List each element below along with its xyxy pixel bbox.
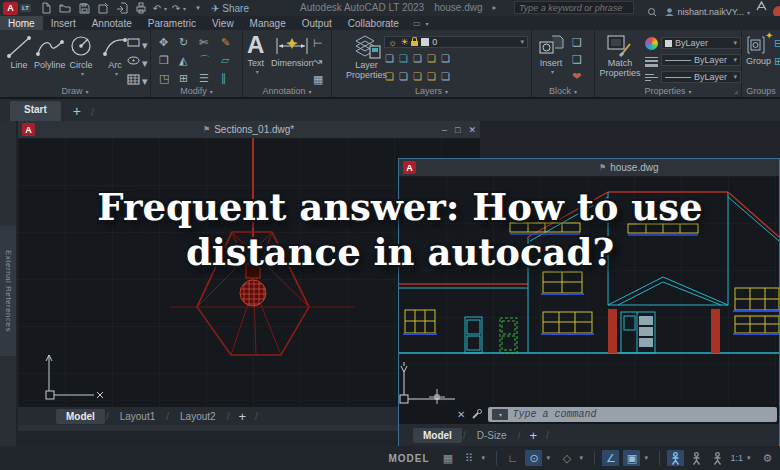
layer-unlock-button[interactable]: ❏ xyxy=(427,71,436,82)
new-file-button[interactable] xyxy=(39,2,53,15)
layer-unisolate-button[interactable]: ❏ xyxy=(399,71,408,82)
draw-panel-label[interactable]: Draw xyxy=(0,86,150,96)
lineweight-icon[interactable] xyxy=(645,55,658,69)
annotation-scale-button[interactable] xyxy=(709,450,726,466)
modify-panel-label[interactable]: Modify xyxy=(151,86,242,96)
annotation-autoscale-button[interactable] xyxy=(688,450,705,466)
group-edit-button[interactable]: ⊞ xyxy=(774,56,780,67)
ribbon-minimize-button[interactable]: ▭ xyxy=(413,16,429,30)
pin-icon[interactable]: ⚑ xyxy=(203,125,210,134)
ribbon-tab-parametric[interactable]: Parametric xyxy=(140,16,204,30)
ribbon-tab-collaborate[interactable]: Collaborate xyxy=(340,16,407,30)
ribbon-tab-home[interactable]: Home xyxy=(0,16,43,30)
save-as-button[interactable] xyxy=(96,2,110,15)
object-snap-tracking-button[interactable]: ∠ xyxy=(602,450,619,466)
polar-tracking-button[interactable]: ⊙ xyxy=(525,450,542,466)
command-close-icon[interactable]: ✕ xyxy=(457,409,465,420)
search-input[interactable] xyxy=(515,3,633,13)
autocad-logo-icon[interactable]: A xyxy=(3,2,18,15)
sections-add-layout-button[interactable]: + xyxy=(238,409,246,424)
sections-window-titlebar[interactable]: A ⚑ Sections_01.dwg* – □ ✕ xyxy=(18,121,480,138)
window-minimize-button[interactable]: – xyxy=(442,125,447,135)
offset-tool-button[interactable]: ▱ xyxy=(221,55,229,66)
ribbon-tab-manage[interactable]: Manage xyxy=(242,16,294,30)
properties-launcher-icon[interactable]: ⌟ xyxy=(734,86,738,95)
polyline-tool-button[interactable]: Polyline xyxy=(34,34,66,70)
layer-isolate-button[interactable]: ❏ xyxy=(399,53,408,64)
text-tool-button[interactable]: A Text xyxy=(247,32,264,75)
house-window-titlebar[interactable]: A ⚑ house.dwg xyxy=(399,159,779,176)
layer-on2-button[interactable]: ❏ xyxy=(385,71,394,82)
sections-tab-layout2[interactable]: Layout2 xyxy=(170,409,226,424)
sections-tab-layout1[interactable]: Layout1 xyxy=(110,409,166,424)
window-maximize-button[interactable]: □ xyxy=(455,125,460,135)
array-tool-button[interactable]: ⊞ xyxy=(179,73,188,84)
command-line[interactable]: ▾ xyxy=(488,407,777,422)
ortho-mode-button[interactable]: ∟ xyxy=(504,450,521,466)
table-tool-button[interactable]: ▦ xyxy=(313,74,323,85)
open-file-button[interactable] xyxy=(58,2,72,15)
undo-button[interactable]: ↶ xyxy=(153,2,167,15)
ungroup-button[interactable]: ⊟ xyxy=(774,38,780,49)
layer-dropdown[interactable]: ☼ ☀ 0 ▾ xyxy=(384,36,528,48)
house-tab-model[interactable]: Model xyxy=(413,428,462,443)
redo-button[interactable]: ↷ xyxy=(172,2,186,15)
sections-tab-model[interactable]: Model xyxy=(56,409,105,424)
grid-display-button[interactable]: ▦ xyxy=(439,450,456,466)
create-block-button[interactable]: ❑ xyxy=(572,37,582,48)
snap-mode-button[interactable]: ⠿ xyxy=(460,450,477,466)
hatch-tool-button[interactable] xyxy=(127,74,140,85)
rotate-tool-button[interactable]: ↻ xyxy=(179,37,188,48)
arc-tool-button[interactable]: Arc xyxy=(102,34,128,77)
pin-icon[interactable]: ⚑ xyxy=(599,163,606,172)
polar-dropdown-icon[interactable]: ▾ xyxy=(546,454,554,462)
line-tool-button[interactable]: Line xyxy=(6,34,32,70)
mirror-tool-button[interactable]: ◭ xyxy=(179,55,187,66)
share-button[interactable]: ✈ Share xyxy=(211,3,249,14)
stretch-tool-button[interactable]: ◳ xyxy=(159,73,169,84)
title-expand-icon[interactable]: ▸ xyxy=(493,3,497,13)
erase-tool-button[interactable]: ✎ xyxy=(221,37,230,48)
layer-freeze-button[interactable]: ❏ xyxy=(413,53,422,64)
match-properties-button[interactable]: Match Properties xyxy=(598,34,642,78)
group-button[interactable]: ✦ Group xyxy=(746,34,771,66)
object-snap-button[interactable]: ▣ xyxy=(623,450,640,466)
layers-panel-label[interactable]: Layers xyxy=(332,86,531,96)
window-close-button[interactable]: ✕ xyxy=(468,125,476,135)
save-button[interactable] xyxy=(77,2,91,15)
copy-tool-button[interactable]: ❐ xyxy=(159,55,169,66)
leader-tool-button[interactable]: ↝ xyxy=(313,56,322,67)
fillet-tool-button[interactable]: ⌒ xyxy=(199,55,210,66)
block-attributes-button[interactable]: ❤ xyxy=(572,71,581,82)
annotation-panel-label[interactable]: Annotation xyxy=(243,86,331,96)
isodraft-button[interactable]: ◇ xyxy=(558,450,575,466)
linetype-icon[interactable] xyxy=(645,72,658,83)
plot-button[interactable] xyxy=(134,2,148,15)
ellipse-tool-button[interactable] xyxy=(127,56,140,65)
lineweight-dropdown[interactable]: ByLayer▾ xyxy=(661,54,741,66)
scale-dropdown-icon[interactable]: ▾ xyxy=(747,454,755,462)
house-tab-dsize[interactable]: D-Size xyxy=(467,428,517,443)
external-references-palette-tab[interactable]: External References xyxy=(0,226,16,356)
keyword-search-field[interactable] xyxy=(514,1,634,14)
rectangle-tool-button[interactable] xyxy=(127,38,140,47)
ribbon-tab-output[interactable]: Output xyxy=(294,16,340,30)
ribbon-tab-annotate[interactable]: Annotate xyxy=(84,16,140,30)
insert-block-button[interactable]: Insert xyxy=(538,34,564,75)
layer-thaw-button[interactable]: ❏ xyxy=(413,71,422,82)
scale-tool-button[interactable]: ☰ xyxy=(199,73,209,84)
annotation-visibility-button[interactable] xyxy=(667,450,684,466)
export-button[interactable] xyxy=(115,2,129,15)
house-add-layout-button[interactable]: + xyxy=(529,428,537,443)
color-wheel-icon[interactable] xyxy=(645,37,658,50)
layer-properties-button[interactable]: Layer Properties xyxy=(346,34,387,80)
layer-current-button[interactable]: ❏ xyxy=(441,71,450,82)
move-tool-button[interactable]: ✥ xyxy=(159,37,168,48)
customization-gear-button[interactable]: ⚙ xyxy=(759,450,776,466)
circle-tool-button[interactable]: Circle xyxy=(68,34,94,77)
linetype-dropdown[interactable]: ByLayer▾ xyxy=(661,71,741,83)
layer-lock-button[interactable]: ❏ xyxy=(427,53,436,64)
block-panel-label[interactable]: Block xyxy=(532,86,594,96)
qat-customize-icon[interactable]: ▾ xyxy=(191,2,205,15)
properties-panel-label[interactable]: Properties xyxy=(595,86,741,96)
